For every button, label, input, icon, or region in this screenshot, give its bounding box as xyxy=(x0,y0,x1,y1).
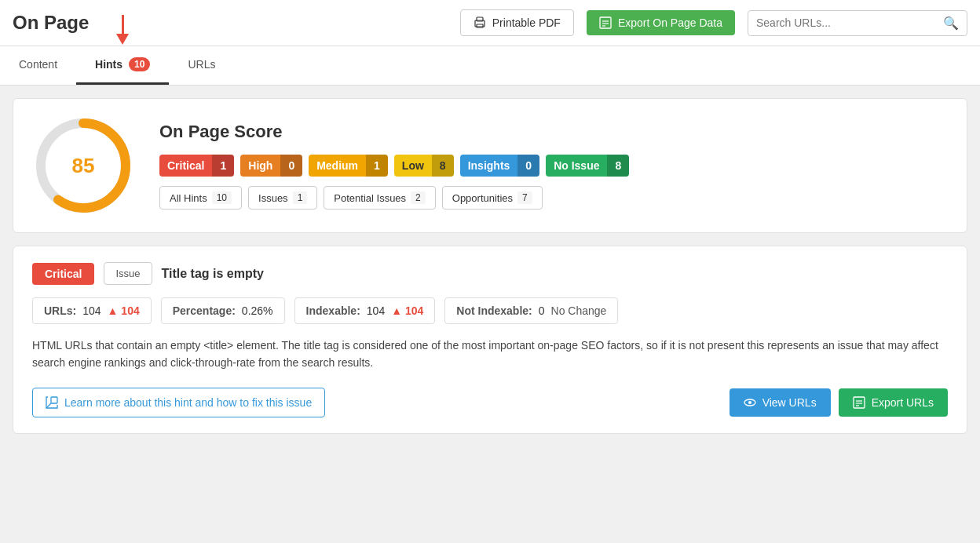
filter-all-hints[interactable]: All Hints 10 xyxy=(159,186,242,210)
footer-buttons: View URLs Export URLs xyxy=(730,388,948,417)
svg-rect-9 xyxy=(51,397,57,403)
stat-not-indexable: Not Indexable: 0 No Change xyxy=(444,297,618,324)
tab-content[interactable]: Content xyxy=(0,46,76,85)
learn-more-link[interactable]: Learn more about this hint and how to fi… xyxy=(32,388,325,417)
filter-issues[interactable]: Issues 1 xyxy=(248,186,317,210)
urls-change: ▲ 104 xyxy=(108,304,140,317)
hint-header: Critical Issue Title tag is empty xyxy=(32,262,948,285)
badge-noissue[interactable]: No Issue 8 xyxy=(546,155,629,177)
svg-line-10 xyxy=(46,403,51,408)
score-details: On Page Score Critical 1 High 0 Medium 1… xyxy=(159,122,948,210)
export-urls-button[interactable]: Export URLs xyxy=(839,388,948,417)
filter-opportunities[interactable]: Opportunities 7 xyxy=(442,186,543,210)
score-donut: 85 xyxy=(32,115,134,217)
arrow-indicator xyxy=(116,15,129,45)
eye-icon xyxy=(744,396,756,409)
hint-title: Title tag is empty xyxy=(162,267,264,281)
header: On Page Printable PDF Export On Page Dat… xyxy=(0,0,980,46)
badge-high[interactable]: High 0 xyxy=(240,155,302,177)
badge-low[interactable]: Low 8 xyxy=(394,155,454,177)
filter-potential-issues[interactable]: Potential Issues 2 xyxy=(324,186,435,210)
badge-critical[interactable]: Critical 1 xyxy=(159,155,234,177)
svg-rect-13 xyxy=(854,397,865,408)
svg-rect-3 xyxy=(600,17,611,28)
tabs-bar: Content Hints 10 URLs xyxy=(0,46,980,86)
search-box: 🔍 xyxy=(748,10,967,36)
hint-footer: Learn more about this hint and how to fi… xyxy=(32,388,948,417)
hint-type-badge: Issue xyxy=(104,262,152,285)
hint-description: HTML URLs that contain an empty <title> … xyxy=(32,337,948,372)
tab-hints[interactable]: Hints 10 xyxy=(76,46,169,85)
export-on-page-data-button[interactable]: Export On Page Data xyxy=(587,10,735,35)
export-icon xyxy=(599,16,612,29)
printable-pdf-button[interactable]: Printable PDF xyxy=(460,9,574,36)
badge-insights[interactable]: Insights 0 xyxy=(460,155,539,177)
stats-row: URLs: 104 ▲ 104 Percentage: 0.26% Indexa… xyxy=(32,297,948,324)
hint-card: Critical Issue Title tag is empty URLs: … xyxy=(13,246,967,434)
not-indexable-change: No Change xyxy=(551,304,607,317)
hint-severity-badge: Critical xyxy=(32,263,94,285)
printer-icon xyxy=(474,16,486,29)
main-content: 85 On Page Score Critical 1 High 0 Mediu… xyxy=(0,86,980,446)
badge-medium[interactable]: Medium 1 xyxy=(309,155,388,177)
indexable-change: ▲ 104 xyxy=(391,304,423,317)
export-urls-icon xyxy=(853,396,865,409)
score-badges: Critical 1 High 0 Medium 1 Low 8 Insight… xyxy=(159,155,948,177)
score-value: 85 xyxy=(72,154,95,178)
view-urls-button[interactable]: View URLs xyxy=(730,388,831,417)
stat-indexable: Indexable: 104 ▲ 104 xyxy=(294,297,436,324)
stat-percentage: Percentage: 0.26% xyxy=(161,297,285,324)
search-icon: 🔍 xyxy=(943,16,959,31)
external-link-icon xyxy=(46,396,58,409)
hints-badge: 10 xyxy=(129,57,150,71)
filter-buttons: All Hints 10 Issues 1 Potential Issues 2… xyxy=(159,186,948,210)
svg-point-12 xyxy=(748,401,751,404)
tab-urls[interactable]: URLs xyxy=(169,46,234,85)
page-title: On Page xyxy=(13,12,89,34)
search-input[interactable] xyxy=(756,16,943,29)
stat-urls: URLs: 104 ▲ 104 xyxy=(32,297,152,324)
svg-rect-2 xyxy=(477,24,483,27)
score-title: On Page Score xyxy=(159,122,948,142)
score-card: 85 On Page Score Critical 1 High 0 Mediu… xyxy=(13,98,967,233)
